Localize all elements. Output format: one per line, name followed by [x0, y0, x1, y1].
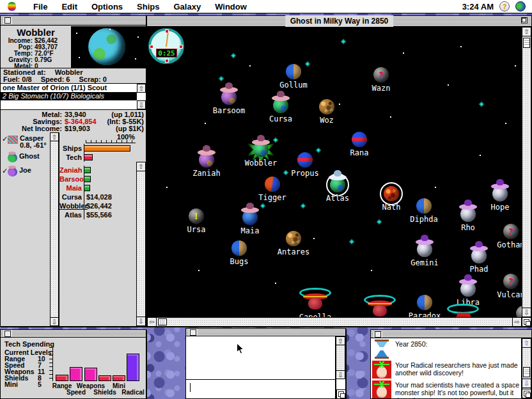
spending-scroll-down[interactable]: ⇩ [136, 317, 146, 326]
chat-scrollbar[interactable]: ⇧ ⇩ [336, 336, 345, 379]
spending-row-zaniah[interactable]: Zaniah [59, 166, 136, 175]
ship-in-transit-icon[interactable] [231, 53, 236, 58]
balloon-help-icon[interactable]: ? [499, 1, 510, 12]
map-scroll-up[interactable]: ⇧ [522, 27, 531, 36]
close-box[interactable] [4, 17, 11, 24]
menu-file[interactable]: File [26, 2, 54, 12]
player-joe[interactable]: ✓Joe [2, 167, 31, 176]
menu-window[interactable]: Window [208, 2, 254, 12]
map-titlebar[interactable]: Ghost in Milky Way in 2850 [147, 16, 531, 27]
star-wazn[interactable]: ?Wazn [373, 67, 389, 82]
spending-scroll-up[interactable]: ⇧ [136, 162, 146, 171]
star-wobbler[interactable]: Wobbler [253, 142, 269, 157]
ship-in-transit-icon[interactable] [283, 170, 288, 175]
map-scroll-left[interactable]: ⇦ [147, 317, 157, 327]
star-ursa[interactable]: !Ursa [189, 208, 204, 224]
star-phad[interactable]: Phad [471, 248, 487, 263]
player-list-scrollbar[interactable] [50, 132, 59, 326]
spending-row-maia[interactable]: Maia [59, 184, 136, 192]
star-nath[interactable]: Nath [384, 186, 399, 201]
star-unknown-star[interactable]: ? [516, 306, 522, 317]
map-hscroll-thumb[interactable] [158, 318, 167, 325]
ship-in-transit-icon[interactable] [260, 203, 265, 208]
close-box[interactable] [4, 331, 11, 337]
ship-in-transit-icon[interactable] [316, 148, 321, 153]
menu-ships[interactable]: Ships [130, 2, 166, 12]
star-gollum[interactable]: Gollum [286, 64, 301, 79]
map-hscrollbar[interactable] [147, 317, 522, 327]
map-scroll-right[interactable]: ⇨ [512, 317, 522, 327]
spending-row-cursa[interactable]: Cursa$14,028 [59, 192, 136, 201]
news-scroll-down[interactable]: ⇩ [522, 379, 531, 388]
menu-options[interactable]: Options [84, 2, 130, 12]
ship-row[interactable]: one Master of Orion (1/1) Scout [1, 84, 137, 92]
chat-input[interactable] [186, 379, 336, 398]
star-gemini[interactable]: Gemini [417, 242, 432, 257]
star-rho[interactable]: Rho [460, 207, 476, 222]
map-vscrollbar[interactable] [522, 27, 531, 317]
chat-scroll-down[interactable]: ⇩ [336, 370, 345, 379]
map-grow-box[interactable] [522, 317, 531, 327]
tech-bar-shields[interactable] [98, 375, 111, 381]
spending-row-barsoom[interactable]: Barsoom [59, 175, 136, 184]
menu-galaxy[interactable]: Galaxy [166, 2, 208, 12]
tech-bar-radical[interactable] [127, 354, 139, 381]
ship-in-transit-icon[interactable] [349, 239, 354, 244]
star-rana[interactable]: Rana [352, 132, 367, 147]
chat-titlebar[interactable] [186, 329, 345, 336]
spending-row-wobbler[interactable]: Wobbler$26,442 [59, 201, 136, 210]
star-diphda[interactable]: Diphda [416, 198, 432, 214]
star-tigger[interactable]: Tigger [265, 176, 280, 192]
ship-in-transit-icon[interactable] [479, 102, 484, 107]
zoom-box[interactable] [521, 17, 528, 24]
star-propus[interactable]: Propus [297, 152, 313, 168]
news-scroll-up[interactable]: ⇧ [522, 338, 531, 348]
tech-bar-weapons[interactable] [84, 368, 97, 381]
ship-in-transit-icon[interactable] [305, 61, 310, 66]
map-vscroll-thumb[interactable] [523, 38, 530, 48]
chat-grow-box[interactable] [336, 389, 346, 399]
tech-bar-speed[interactable] [70, 367, 82, 381]
menu-edit[interactable]: Edit [54, 2, 84, 12]
spending-scrollbar[interactable] [136, 162, 146, 326]
player-ghost[interactable]: Ghost [2, 153, 40, 162]
star-woz[interactable]: Woz [319, 99, 334, 114]
spending-row-atlas[interactable]: Atlas$55,566 [59, 210, 136, 219]
ship-in-transit-icon[interactable] [341, 39, 346, 44]
star-barsoom[interactable]: Barsoom [221, 90, 237, 105]
star-antares[interactable]: Antares [286, 231, 301, 246]
news-titlebar[interactable] [371, 330, 531, 338]
spending-row-ships[interactable]: Ships [59, 144, 136, 153]
star-libra[interactable]: Libra [460, 281, 476, 297]
star-zaniah[interactable]: Zaniah [199, 152, 214, 168]
player-list-scroll-up[interactable]: ⇧ [50, 132, 59, 141]
star-maia[interactable]: Maia [242, 210, 258, 225]
galaxy-map[interactable]: 0:25 Gollum?WaznBarsoomCursaWozRanaZania… [147, 27, 522, 317]
tech-bar-mini[interactable] [113, 375, 125, 381]
tech-titlebar[interactable] [1, 330, 146, 338]
close-box[interactable] [375, 331, 381, 338]
status-window-titlebar[interactable] [1, 16, 146, 26]
chat-scroll-up[interactable]: ⇧ [336, 336, 345, 345]
star-vulcan[interactable]: ?Vulcan [503, 274, 519, 289]
ship-in-transit-icon[interactable] [273, 137, 278, 143]
star-cursa[interactable]: Cursa [273, 98, 288, 113]
player-casper[interactable]: ✓Casper0.8, -61° [2, 135, 47, 149]
application-menu-icon[interactable] [515, 1, 526, 12]
spending-row-tech[interactable]: Tech [59, 153, 136, 162]
ship-row[interactable]: 2 Big Stomach (10/7) Biologicals [1, 92, 137, 100]
star-atlas[interactable]: Atlas [330, 177, 345, 192]
ship-in-transit-icon[interactable] [301, 203, 306, 208]
news-scroll-thumb[interactable] [523, 367, 530, 377]
map-scroll-down[interactable]: ⇩ [522, 308, 531, 317]
news-grow-box[interactable] [522, 389, 531, 398]
ship-in-transit-icon[interactable] [377, 219, 382, 224]
ship-list-scroll-up[interactable]: ⇧ [137, 84, 146, 93]
ship-list-scroll-down[interactable]: ⇩ [137, 100, 146, 109]
tech-bar-range[interactable] [56, 375, 68, 381]
star-bugs[interactable]: Bugs [231, 240, 247, 256]
apple-menu-icon[interactable] [8, 2, 16, 11]
star-hope[interactable]: Hope [492, 186, 508, 201]
close-box[interactable] [190, 329, 196, 336]
player-list-scroll-down[interactable]: ⇩ [50, 317, 59, 326]
